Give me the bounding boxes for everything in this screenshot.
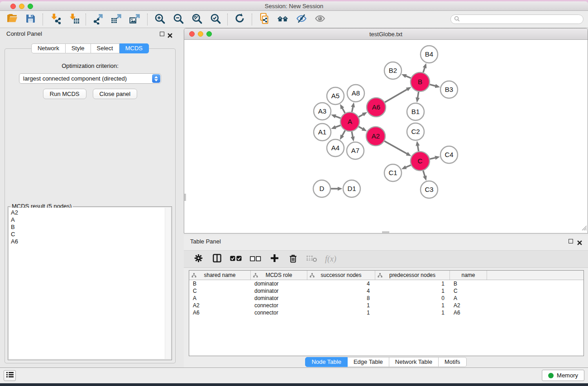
task-history-button[interactable] <box>4 370 16 381</box>
cell-successor-nodes[interactable]: 1 <box>307 302 375 309</box>
mcds-result-scrollbar[interactable] <box>165 208 171 359</box>
node-D[interactable] <box>313 180 330 197</box>
minimize-window-button[interactable] <box>19 4 24 9</box>
split-handle-icon[interactable] <box>184 194 186 201</box>
cell-MCDS-role[interactable]: dominator <box>251 288 307 294</box>
node-table[interactable]: shared nameMCDS rolesuccessor nodesprede… <box>189 270 584 356</box>
tab-style[interactable]: Style <box>66 43 91 53</box>
cell-MCDS-role[interactable]: connector <box>251 302 307 309</box>
import-table-button[interactable] <box>64 12 83 27</box>
column-header-name[interactable]: name <box>450 271 487 280</box>
tab-node-table[interactable]: Node Table <box>305 357 348 367</box>
node-B1[interactable] <box>407 103 424 120</box>
zoom-in-button[interactable] <box>150 12 169 27</box>
column-header-shared-name[interactable]: shared name <box>189 271 251 280</box>
add-column-button[interactable] <box>269 253 280 265</box>
criterion-dropdown[interactable]: largest connected component (directed) <box>19 73 161 84</box>
cell-name[interactable]: B <box>450 281 487 287</box>
cell-successor-nodes[interactable]: 4 <box>307 281 375 287</box>
split-handle-icon[interactable] <box>382 231 389 233</box>
cell-MCDS-role[interactable]: dominator <box>251 281 307 287</box>
run-mcds-button[interactable]: Run MCDS <box>43 89 86 99</box>
cell-predecessor-nodes[interactable]: 1 <box>375 310 450 316</box>
mcds-result-list[interactable]: A2ABCA6 <box>9 208 171 359</box>
edge-B-B1[interactable] <box>418 92 419 98</box>
float-panel-icon[interactable] <box>160 32 164 36</box>
node-C1[interactable] <box>384 164 402 181</box>
node-A7[interactable] <box>347 142 364 159</box>
node-B4[interactable] <box>421 46 438 63</box>
column-header-successor-nodes[interactable]: successor nodes <box>307 271 375 280</box>
cell-shared-name[interactable]: B <box>189 281 251 287</box>
node-C3[interactable] <box>421 181 438 198</box>
edge-A-A7[interactable] <box>352 132 353 137</box>
select-all-columns-button[interactable] <box>230 253 242 265</box>
cell-MCDS-role[interactable]: connector <box>251 310 307 316</box>
cell-predecessor-nodes[interactable]: 0 <box>375 295 450 301</box>
network-minimize-button[interactable] <box>198 31 203 37</box>
node-C[interactable] <box>411 152 430 171</box>
cell-MCDS-role[interactable]: dominator <box>251 295 307 301</box>
table-settings-button[interactable] <box>193 253 204 265</box>
edge-A-A6[interactable] <box>359 114 363 117</box>
mcds-result-item[interactable]: B <box>11 224 171 231</box>
cell-predecessor-nodes[interactable]: 1 <box>375 302 450 309</box>
edge-A2-C[interactable] <box>384 141 407 154</box>
mcds-result-item[interactable]: A <box>11 216 171 224</box>
edge-A-A3[interactable] <box>335 116 340 118</box>
search-input[interactable] <box>460 16 583 23</box>
table-row[interactable]: Cdominator41C <box>189 287 583 295</box>
edge-C-C1[interactable] <box>406 165 411 167</box>
open-file-button[interactable] <box>3 12 21 27</box>
edge-A-A1[interactable] <box>335 125 340 127</box>
node-B[interactable] <box>411 72 430 91</box>
delete-column-button[interactable] <box>287 253 298 265</box>
first-neighbors-button[interactable] <box>273 12 292 27</box>
cell-name[interactable]: A2 <box>450 302 487 309</box>
cell-predecessor-nodes[interactable]: 1 <box>375 288 450 294</box>
mcds-result-item[interactable]: C <box>11 231 171 238</box>
export-image-button[interactable] <box>126 12 144 27</box>
cell-predecessor-nodes[interactable]: 1 <box>375 281 450 287</box>
import-network-button[interactable] <box>46 12 64 27</box>
edge-A6-B[interactable] <box>385 90 407 103</box>
close-panel-button[interactable]: Close panel <box>93 89 138 99</box>
cell-name[interactable]: C <box>450 288 487 294</box>
network-canvas[interactable]: B4B2BB3A8A5A6A3B1AC2A1A2A4A7C4CC1C3DD1 <box>184 40 588 233</box>
close-panel-icon[interactable] <box>167 32 172 37</box>
node-A2[interactable] <box>366 127 385 146</box>
close-window-button[interactable] <box>10 4 16 9</box>
node-A[interactable] <box>340 112 359 131</box>
cell-successor-nodes[interactable]: 4 <box>307 288 375 294</box>
zoom-out-button[interactable] <box>169 12 187 27</box>
toolbar-search-field[interactable] <box>450 14 583 24</box>
hide-selected-button[interactable] <box>292 12 311 27</box>
show-all-button[interactable] <box>311 12 329 27</box>
cell-name[interactable]: A <box>450 295 487 301</box>
node-A3[interactable] <box>314 103 331 120</box>
mcds-result-item[interactable]: A2 <box>11 209 171 216</box>
table-row[interactable]: A2connector11A2 <box>189 302 583 309</box>
column-header-MCDS-role[interactable]: MCDS role <box>251 271 307 280</box>
node-A6[interactable] <box>367 98 386 117</box>
cell-shared-name[interactable]: C <box>189 288 251 294</box>
edge-B-B3[interactable] <box>430 85 435 86</box>
node-A8[interactable] <box>347 85 364 102</box>
edge-A-A5[interactable] <box>342 108 345 113</box>
edge-A-A4[interactable] <box>342 130 345 136</box>
zoom-selected-button[interactable] <box>206 12 225 27</box>
network-close-button[interactable] <box>189 31 195 37</box>
edge-B-B2[interactable] <box>406 76 411 78</box>
cell-name[interactable]: A6 <box>450 310 487 316</box>
table-row[interactable]: Bdominator41B <box>189 280 583 287</box>
node-A1[interactable] <box>314 124 331 141</box>
new-network-from-selection-button[interactable] <box>255 12 273 27</box>
edge-B-B4[interactable] <box>423 68 425 73</box>
mcds-result-item[interactable]: A6 <box>11 238 171 245</box>
node-C2[interactable] <box>407 123 424 140</box>
node-A4[interactable] <box>327 139 344 157</box>
unselect-all-columns-button[interactable] <box>250 253 261 265</box>
tab-mcds[interactable]: MCDS <box>120 43 149 53</box>
edge-C-C4[interactable] <box>430 158 435 159</box>
cell-successor-nodes[interactable]: 1 <box>307 310 375 316</box>
